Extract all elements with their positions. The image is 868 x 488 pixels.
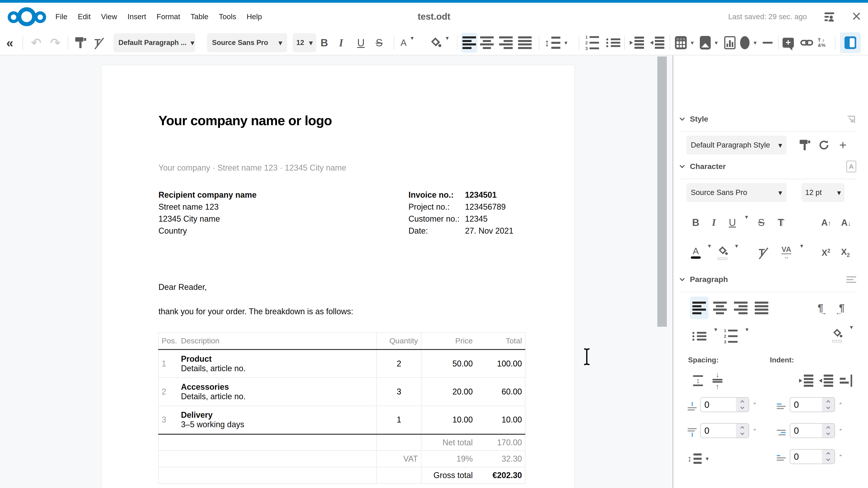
sidebar-toggle-button[interactable]	[840, 32, 861, 53]
style-section-header[interactable]: Style	[673, 115, 868, 123]
strikethrough-button[interactable]: S	[376, 31, 383, 55]
sb-decrease-indent-button[interactable]	[817, 371, 835, 390]
line-spacing-button[interactable]: ↕ ▾	[544, 31, 567, 55]
spinner-buttons[interactable]	[736, 424, 749, 437]
superscript-button[interactable]: X2	[819, 242, 833, 263]
chevron-down-icon[interactable]: ▾	[735, 242, 738, 250]
close-icon[interactable]: ×	[852, 8, 861, 24]
redo-button[interactable]: ↷	[50, 31, 60, 55]
special-character-button[interactable]: T̄ ♪ &%	[818, 31, 826, 55]
character-dialog-icon[interactable]: A	[846, 161, 856, 172]
char-font-size-select[interactable]: 12 pt▾	[802, 183, 844, 202]
paragraph-style-select[interactable]: Default Paragraph ...▾	[114, 33, 195, 52]
spinner-buttons[interactable]	[736, 398, 749, 412]
menu-tools[interactable]: Tools	[219, 12, 236, 21]
char-font-name-select[interactable]: Source Sans Pro▾	[686, 183, 786, 202]
refresh-style-button[interactable]	[816, 137, 832, 153]
ordered-list-button[interactable]: 123	[584, 31, 599, 55]
decrease-paragraph-spacing-button[interactable]: ↓↑	[709, 371, 725, 390]
sb-shadow-button[interactable]: T	[774, 214, 787, 232]
sb-strikethrough-button[interactable]: S	[754, 214, 768, 232]
paragraph-ltr-button[interactable]: ¶→	[811, 297, 830, 319]
scrollbar-thumb[interactable]	[657, 57, 667, 327]
menu-file[interactable]: File	[55, 12, 67, 21]
shrink-font-button[interactable]: A↓	[838, 214, 854, 232]
insert-line-button[interactable]	[763, 31, 773, 55]
sb-clear-formatting-button[interactable]: T	[754, 242, 769, 263]
undo-button[interactable]: ↶	[31, 31, 41, 55]
underline-button[interactable]: U	[357, 31, 365, 55]
paragraph-section-header[interactable]: Paragraph	[673, 275, 868, 284]
sb-font-color-button[interactable]: A	[689, 242, 703, 263]
char-spacing-button[interactable]: VA↔	[778, 242, 794, 263]
sb-line-spacing-button[interactable]: ↕ ▾	[689, 451, 707, 466]
insert-table-button[interactable]: ▾	[675, 31, 694, 55]
menu-insert[interactable]: Insert	[127, 12, 146, 21]
spinner-buttons[interactable]	[822, 450, 835, 464]
paragraph-rtl-button[interactable]: ¶←	[833, 297, 851, 319]
collapse-toolbar-button[interactable]: «	[6, 31, 13, 55]
insert-image-button[interactable]: ▾	[700, 31, 718, 55]
menu-edit[interactable]: Edit	[78, 12, 91, 21]
italic-button[interactable]: I	[339, 31, 343, 55]
increase-indent-button[interactable]	[630, 31, 644, 55]
sb-italic-button[interactable]: I	[707, 214, 721, 232]
chevron-down-icon[interactable]: ▾	[708, 242, 711, 250]
insert-shape-button[interactable]: ▾	[740, 31, 756, 55]
clone-formatting-button[interactable]	[74, 31, 87, 55]
font-color-button[interactable]: A ▾	[401, 31, 414, 55]
unordered-list-button[interactable]	[605, 31, 620, 55]
menu-help[interactable]: Help	[247, 12, 262, 21]
subscript-button[interactable]: X2	[838, 242, 852, 263]
chevron-down-icon[interactable]: ▾	[745, 326, 748, 333]
sb-align-right-button[interactable]	[732, 297, 750, 319]
character-section-header[interactable]: Character	[673, 162, 868, 171]
spacing-below-input[interactable]: 0	[700, 423, 749, 438]
style-dropdown[interactable]: Default Paragraph Style▾	[686, 135, 786, 155]
indent-after-input[interactable]: 0	[790, 423, 835, 438]
chevron-down-icon[interactable]: ▾	[745, 214, 748, 221]
spinner-buttons[interactable]	[822, 424, 835, 437]
hanging-indent-button[interactable]	[837, 371, 855, 390]
first-line-indent-input[interactable]: 0	[790, 449, 835, 464]
sb-bullet-list-button[interactable]	[690, 326, 708, 346]
sb-ordered-list-button[interactable]: 123	[721, 326, 739, 346]
sb-align-center-button[interactable]	[711, 297, 729, 319]
chevron-down-icon[interactable]: ▾	[850, 324, 853, 331]
chevron-down-icon[interactable]: ▾	[714, 326, 717, 333]
menu-view[interactable]: View	[101, 12, 117, 21]
paragraph-background-button[interactable]	[829, 324, 845, 346]
update-style-button[interactable]	[797, 137, 813, 153]
justify-button[interactable]	[518, 31, 532, 55]
spinner-buttons[interactable]	[822, 398, 835, 412]
font-name-select[interactable]: Source Sans Pro▾	[207, 33, 287, 52]
paragraph-dialog-icon[interactable]	[846, 276, 856, 283]
menu-format[interactable]: Format	[157, 12, 180, 21]
document-canvas[interactable]: Your company name or logo Your company ·…	[0, 55, 673, 488]
highlight-color-button[interactable]: ▾	[429, 31, 449, 55]
align-right-button[interactable]	[499, 31, 513, 55]
menu-table[interactable]: Table	[191, 12, 209, 21]
indent-before-input[interactable]: 0	[790, 397, 835, 412]
align-left-button[interactable]	[461, 33, 477, 53]
insert-link-button[interactable]	[800, 31, 813, 55]
insert-chart-button[interactable]	[724, 31, 736, 55]
align-center-button[interactable]	[480, 31, 494, 55]
grow-font-button[interactable]: A↑	[818, 214, 834, 232]
chevron-down-icon[interactable]: ▾	[800, 242, 803, 250]
collaboration-icon[interactable]	[823, 11, 836, 23]
font-size-select[interactable]: 12▾	[293, 33, 316, 52]
document-page[interactable]: Your company name or logo Your company ·…	[101, 65, 575, 488]
sb-justify-button[interactable]	[752, 297, 771, 319]
sb-increase-indent-button[interactable]	[797, 371, 815, 390]
insert-comment-button[interactable]: +	[782, 31, 794, 55]
new-style-button[interactable]: +	[835, 137, 851, 153]
increase-paragraph-spacing-button[interactable]: ↕	[690, 371, 706, 390]
sb-highlight-button[interactable]	[715, 242, 730, 263]
clear-formatting-button[interactable]: T	[93, 31, 102, 55]
sb-align-left-button[interactable]	[690, 297, 708, 319]
sb-bold-button[interactable]: B	[689, 214, 703, 232]
sb-underline-button[interactable]: U	[725, 214, 739, 232]
spacing-above-input[interactable]: 0	[700, 397, 749, 412]
expand-corner-icon[interactable]	[846, 115, 856, 125]
